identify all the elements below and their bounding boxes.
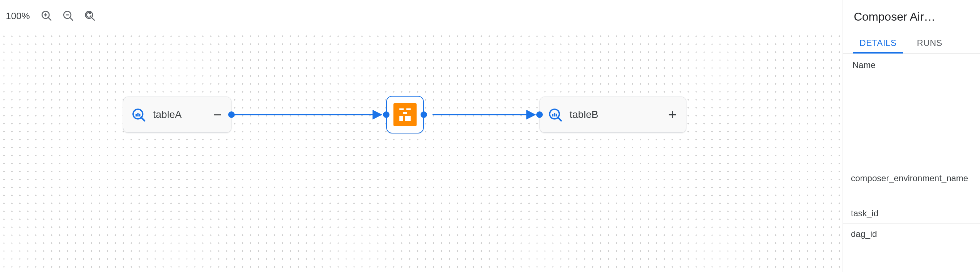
panel-title: Composer Air… (843, 0, 980, 32)
toolbar: 100% (0, 0, 980, 32)
name-section: Name (843, 54, 980, 77)
panel-tabs: DETAILS RUNS (843, 32, 980, 54)
field-dag-id[interactable]: dag_id (843, 224, 980, 244)
field-task-id[interactable]: task_id (843, 203, 980, 224)
edges-layer (0, 32, 980, 272)
output-port[interactable] (228, 111, 235, 118)
svg-line-1 (48, 18, 51, 21)
field-composer-environment-name[interactable]: composer_environment_name (843, 168, 980, 188)
zoom-in-icon[interactable] (39, 8, 55, 24)
input-port[interactable] (383, 111, 390, 118)
graph-canvas[interactable]: tableA − (0, 32, 980, 272)
zoom-level-label[interactable]: 100% (6, 11, 30, 22)
toolbar-divider (107, 6, 107, 26)
svg-line-8 (91, 18, 94, 21)
tab-runs[interactable]: RUNS (907, 32, 952, 53)
details-panel: Composer Air… DETAILS RUNS Name composer… (843, 0, 980, 272)
name-label: Name (852, 60, 970, 70)
zoom-reset-icon[interactable] (82, 8, 98, 24)
output-port[interactable] (420, 111, 427, 118)
svg-line-5 (70, 18, 73, 21)
zoom-out-icon[interactable] (60, 8, 76, 24)
panel-resize-handle[interactable] (843, 242, 843, 268)
tab-details[interactable]: DETAILS (850, 32, 907, 53)
input-port[interactable] (536, 111, 543, 118)
